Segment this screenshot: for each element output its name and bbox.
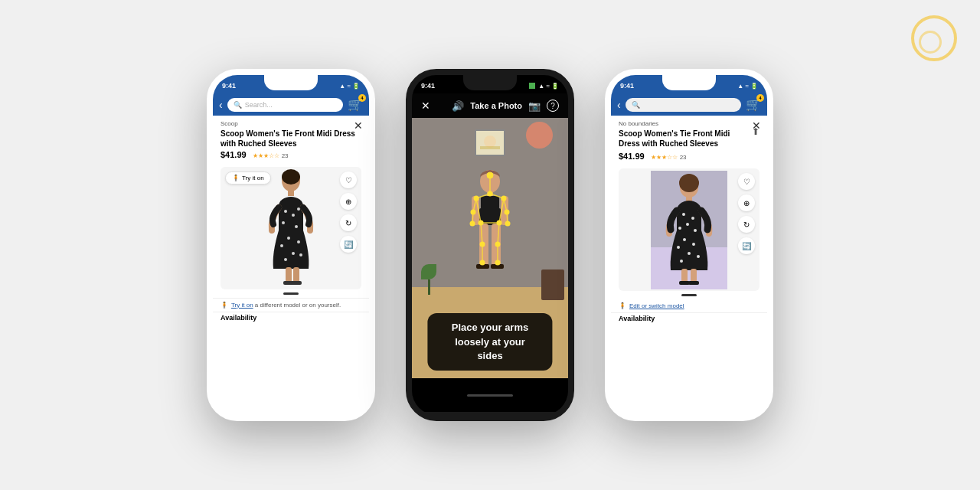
deco-circle (526, 122, 553, 149)
svg-rect-25 (481, 196, 499, 210)
phone2-status-icons: ▲ ≈ 🔋 (538, 83, 559, 90)
phone3-notch (662, 75, 716, 90)
phone2-notch (463, 75, 517, 90)
svg-rect-17 (293, 267, 299, 283)
phone3-header: ‹ 🔍 🛒 4 (611, 93, 767, 116)
phone3-search-icon: 🔍 (632, 101, 640, 109)
phone-2: 9:41 ▲ ≈ 🔋 ✕ 🔊 Take a Photo 📷 ? (406, 69, 574, 421)
phone3-heart-icon[interactable]: ♡ (738, 173, 755, 190)
camera-view: Place your arms loosely at your sides (412, 118, 568, 378)
svg-rect-81 (691, 269, 697, 283)
svg-point-5 (284, 210, 287, 213)
help-icon[interactable]: ? (547, 100, 559, 112)
phone-1: 9:41 ▲ ≈ 🔋 ‹ 🔍 Search... 🛒 4 ✕ Scoop Sco… (207, 69, 375, 421)
svg-point-65 (679, 174, 699, 192)
availability-label: Availability (213, 312, 369, 323)
camera-progress-bar (467, 394, 513, 397)
audio-icon[interactable]: 🔊 (452, 100, 464, 112)
camera-bottom (412, 378, 568, 412)
phone3-product-title: Scoop Women's Tie Front Midi Dress with … (619, 129, 752, 149)
phone1-content: ✕ Scoop Scoop Women's Tie Front Midi Dre… (213, 116, 369, 421)
phone3-progress-indicator (681, 294, 697, 296)
phone-3: 9:41 ▲ ≈ 🔋 ‹ 🔍 🛒 4 ✕ No boundaries Scoop… (605, 69, 773, 421)
brand-name: Scoop (220, 120, 361, 127)
instruction-text: Place your arms loosely at your sides (443, 321, 537, 363)
cart-icon[interactable]: 🛒 4 (348, 97, 363, 112)
phone3-model-icon[interactable]: 🔄 (738, 237, 755, 254)
svg-point-76 (677, 246, 680, 249)
svg-point-15 (299, 253, 302, 256)
close-button[interactable]: ✕ (354, 119, 363, 132)
side-table (541, 270, 564, 300)
svg-point-77 (688, 252, 691, 255)
try-on-link-text: Try it on a different model or on yourse… (231, 302, 341, 309)
phone1-header: ‹ 🔍 Search... 🛒 4 (213, 93, 369, 116)
svg-point-75 (692, 243, 695, 246)
camera-close-icon[interactable]: ✕ (421, 100, 430, 112)
product-price: $41.99 (220, 150, 247, 159)
bg-circle-small (919, 31, 942, 54)
svg-rect-22 (480, 146, 500, 149)
try-on-link-section: 🧍 Try it on a different model or on your… (213, 298, 369, 312)
svg-point-11 (297, 240, 300, 243)
edit-model-link-section: 🧍 Edit or switch model (611, 299, 767, 312)
phone3-stars: ★★★☆☆ (651, 154, 678, 161)
person-icon: 🧍 (232, 175, 240, 181)
phone3-rotate-icon[interactable]: ↻ (738, 216, 755, 233)
camera-header: ✕ 🔊 Take a Photo 📷 ? (412, 93, 568, 118)
product-image-area: 🧍 Try it on (220, 167, 361, 289)
picture-frame (475, 129, 505, 156)
phone2-time: 9:41 (421, 82, 435, 90)
stars: ★★★☆☆ (253, 152, 279, 159)
phone3-brand-name: No boundaries (619, 120, 752, 127)
svg-rect-83 (688, 281, 699, 285)
svg-point-13 (292, 252, 295, 255)
svg-point-33 (487, 172, 493, 178)
phone3-rating-count: 23 (680, 154, 687, 161)
phone3-back-button[interactable]: ‹ (617, 99, 621, 111)
back-button[interactable]: ‹ (219, 99, 223, 111)
zoom-icon[interactable]: ⊕ (340, 193, 357, 210)
phone3-cart-icon[interactable]: 🛒 4 (746, 97, 761, 112)
plant (420, 264, 439, 295)
svg-rect-82 (679, 281, 690, 285)
svg-rect-19 (291, 281, 302, 285)
phone3-close-button[interactable]: ✕ (752, 119, 761, 132)
search-placeholder: Search... (245, 101, 273, 109)
product-model-image (256, 169, 325, 288)
phone1-time: 9:41 (222, 82, 236, 90)
rotate-icon[interactable]: ↻ (340, 214, 357, 231)
try-on-link-anchor[interactable]: Try it on (231, 302, 253, 309)
svg-point-8 (282, 221, 285, 224)
svg-point-78 (697, 255, 700, 258)
edit-model-link[interactable]: Edit or switch model (629, 302, 684, 309)
camera-flip-icon[interactable]: 📷 (528, 100, 541, 112)
phone3-availability-label: Availability (611, 312, 767, 324)
camera-header-icons: 🔊 Take a Photo 📷 ? (452, 100, 559, 112)
svg-point-79 (680, 260, 683, 263)
phone3-zoom-icon[interactable]: ⊕ (738, 194, 755, 211)
product-title: Scoop Women's Tie Front Midi Dress with … (220, 129, 361, 149)
plant-stem (428, 279, 430, 295)
phone3-search-bar[interactable]: 🔍 (626, 98, 741, 112)
heart-icon[interactable]: ♡ (340, 172, 357, 188)
svg-line-53 (507, 212, 508, 224)
svg-point-10 (287, 237, 290, 240)
svg-point-74 (683, 238, 686, 241)
search-bar[interactable]: 🔍 Search... (227, 98, 343, 112)
phone3-time: 9:41 (620, 82, 634, 90)
svg-line-52 (472, 212, 473, 224)
phone3-person-icon: 🧍 (619, 302, 626, 309)
svg-point-6 (292, 214, 295, 217)
product-rating: ★★★☆☆ 23 (253, 152, 289, 159)
svg-rect-2 (288, 190, 294, 196)
model-icon[interactable]: 🔄 (340, 236, 357, 253)
svg-point-71 (686, 223, 689, 226)
search-icon: 🔍 (234, 101, 242, 109)
phone3-cart-badge: 4 (756, 94, 764, 102)
progress-indicator (283, 292, 299, 295)
phone3-product-price: $41.99 (619, 152, 645, 161)
phone3-product-model (651, 171, 727, 289)
person-small-icon: 🧍 (220, 302, 228, 309)
try-on-button[interactable]: 🧍 Try it on (225, 172, 271, 185)
